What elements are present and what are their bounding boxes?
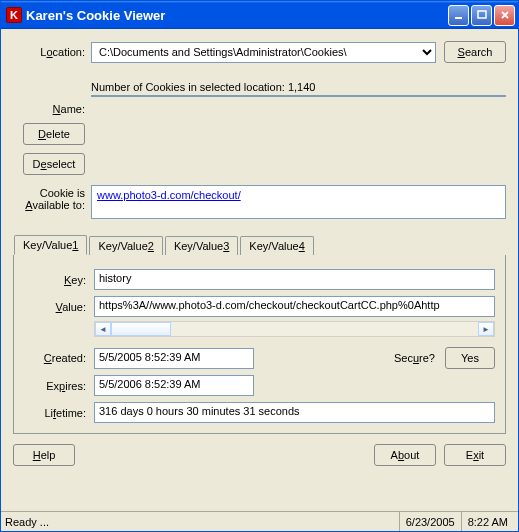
app-window: K Karen's Cookie Viewer Location: C:\Doc… [0,0,519,532]
lifetime-label: Lifetime: [24,407,94,419]
location-combo[interactable]: C:\Documents and Settings\Administrator\… [91,42,436,63]
delete-button[interactable]: Delete [23,123,85,145]
app-icon: K [6,7,22,23]
available-to-label: Cookie is Available to: [13,185,91,211]
svg-rect-0 [455,17,462,19]
statusbar: Ready ... 6/23/2005 8:22 AM [1,511,518,531]
name-label: Name: [53,103,85,115]
hscroll-thumb[interactable] [111,322,171,336]
exit-button[interactable]: Exit [444,444,506,466]
secure-label: Secure? [394,352,435,364]
tab-keyvalue-1[interactable]: Key/Value 1 [14,235,87,255]
help-button[interactable]: Help [13,444,75,466]
status-date: 6/23/2005 [399,512,461,531]
value-horizontal-scrollbar[interactable]: ◄ ► [94,321,495,337]
status-ready: Ready ... [5,516,49,528]
location-label: Location: [13,46,91,58]
status-time: 8:22 AM [461,512,514,531]
cookie-listbox[interactable]: administrator@cgi-bin[6].txtadministrato… [91,95,506,97]
search-button[interactable]: Search [444,41,506,63]
scroll-down-button[interactable]: ▼ [490,95,505,96]
maximize-button[interactable] [471,5,492,26]
created-field[interactable]: 5/5/2005 8:52:39 AM [94,348,254,369]
svg-rect-1 [478,11,486,18]
secure-button[interactable]: Yes [445,347,495,369]
created-label: Created: [24,352,94,364]
content-area: Location: C:\Documents and Settings\Admi… [1,29,518,511]
key-field[interactable]: history [94,269,495,290]
titlebar[interactable]: K Karen's Cookie Viewer [1,1,518,29]
tab-keyvalue-4[interactable]: Key/Value 4 [240,236,313,255]
lifetime-field[interactable]: 316 days 0 hours 30 minutes 31 seconds [94,402,495,423]
scroll-up-button[interactable]: ▲ [490,96,505,97]
tab-keyvalue-3[interactable]: Key/Value 3 [165,236,238,255]
value-label: Value: [24,301,94,313]
key-label: Key: [24,274,94,286]
expires-label: Expires: [24,380,94,392]
keyvalue-tabset: Key/Value 1Key/Value 2Key/Value 3Key/Val… [13,255,506,434]
available-to-link[interactable]: www.photo3-d.com/checkout/ [97,189,241,201]
scroll-left-button[interactable]: ◄ [95,322,111,336]
deselect-button[interactable]: Deselect [23,153,85,175]
value-field[interactable]: https%3A//www.photo3-d.com/checkout/chec… [94,296,495,317]
minimize-button[interactable] [448,5,469,26]
expires-field[interactable]: 5/5/2006 8:52:39 AM [94,375,254,396]
about-button[interactable]: About [374,444,436,466]
tab-keyvalue-2[interactable]: Key/Value 2 [89,236,162,255]
close-button[interactable] [494,5,515,26]
cookie-count-label: Number of Cookies in selected location: … [91,81,506,95]
available-to-field[interactable]: www.photo3-d.com/checkout/ [91,185,506,219]
window-title: Karen's Cookie Viewer [26,8,448,23]
scroll-right-button[interactable]: ► [478,322,494,336]
